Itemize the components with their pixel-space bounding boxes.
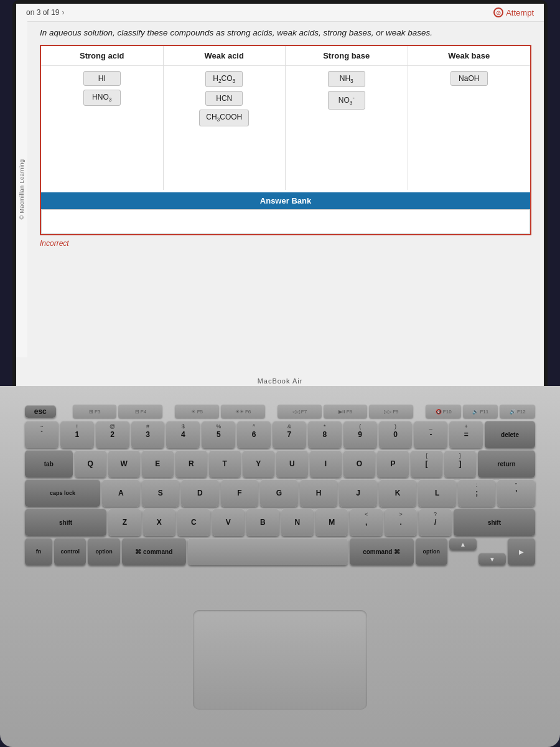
key-x[interactable]: X (143, 509, 175, 536)
key-t[interactable]: T (209, 450, 241, 477)
key-f9[interactable]: ▷▷ F9 (369, 405, 413, 418)
key-option-left[interactable]: option (88, 538, 119, 565)
key-arrow-down[interactable]: ▼ (478, 553, 506, 565)
key-c[interactable]: C (177, 509, 210, 536)
key-n[interactable]: N (281, 509, 314, 536)
macmillan-sidebar: © Macmillan Learning (16, 21, 27, 357)
strong-base-cell[interactable]: NH3 NO3- (286, 66, 408, 190)
chem-ch3cooh[interactable]: CH3COOH (199, 110, 249, 126)
key-equals[interactable]: += (449, 421, 483, 448)
key-v[interactable]: V (212, 509, 245, 536)
key-arrow-right[interactable]: ▶ (508, 538, 535, 565)
key-k[interactable]: K (379, 479, 417, 507)
chem-h2co3[interactable]: H2CO3 (205, 71, 243, 87)
key-f7[interactable]: ◁◁ F7 (278, 405, 322, 418)
key-y[interactable]: Y (243, 450, 274, 477)
key-capslock[interactable]: caps lock (25, 479, 100, 507)
key-8[interactable]: *8 (308, 421, 342, 448)
key-f[interactable]: F (221, 479, 259, 507)
main-content: In aqueous solution, classify these comp… (27, 22, 544, 254)
page-indicator: on 3 of 19 (26, 8, 59, 17)
key-fn[interactable]: fn (25, 538, 52, 565)
col-strong-base: Strong base (286, 46, 408, 65)
chem-hcn[interactable]: HCN (205, 91, 243, 106)
qwerty-row: tab Q W E R T Y U I O P {[ }] return (25, 450, 535, 477)
key-delete[interactable]: delete (485, 421, 535, 448)
key-semicolon[interactable]: :; (458, 479, 496, 507)
key-b[interactable]: B (246, 509, 279, 536)
chem-naoh[interactable]: NaOH (450, 71, 488, 86)
page-navigation: on 3 of 19 › (26, 8, 64, 17)
key-command-right[interactable]: command ⌘ (350, 538, 414, 565)
key-3[interactable]: #3 (131, 421, 165, 448)
chem-hi[interactable]: HI (83, 71, 121, 86)
key-a[interactable]: A (102, 479, 140, 507)
key-command-left[interactable]: ⌘ command (122, 538, 186, 565)
key-1[interactable]: !1 (60, 421, 94, 448)
key-f8[interactable]: ▶II F8 (324, 405, 368, 418)
key-f6[interactable]: ☀☀ F6 (221, 405, 265, 418)
key-slash[interactable]: ?/ (419, 509, 451, 536)
key-4[interactable]: $4 (166, 421, 200, 448)
key-f5[interactable]: ☀ F5 (175, 405, 219, 418)
key-period[interactable]: >. (385, 509, 417, 536)
key-f4[interactable]: ⊟ F4 (118, 405, 162, 418)
weak-acid-cell[interactable]: H2CO3 HCN CH3COOH (164, 66, 286, 190)
key-rbracket[interactable]: }] (444, 450, 476, 477)
key-arrow-up[interactable]: ▲ (449, 538, 477, 550)
col-weak-base: Weak base (408, 46, 531, 65)
classify-header: Strong acid Weak acid Strong base Weak b… (41, 46, 530, 65)
key-minus[interactable]: _- (414, 421, 447, 448)
key-option-right[interactable]: option (416, 538, 447, 565)
key-tab[interactable]: tab (25, 450, 73, 477)
key-quote[interactable]: "' (497, 479, 535, 507)
key-comma[interactable]: <, (350, 509, 382, 536)
strong-acid-cell[interactable]: HI HNO3 (41, 66, 164, 190)
key-u[interactable]: U (276, 450, 308, 477)
key-9[interactable]: (9 (343, 421, 377, 448)
key-z[interactable]: Z (108, 509, 141, 536)
key-w[interactable]: W (108, 450, 140, 477)
trackpad[interactable] (193, 610, 367, 710)
key-h[interactable]: H (300, 479, 338, 507)
key-rshift[interactable]: shift (454, 509, 535, 536)
key-7[interactable]: &7 (273, 421, 306, 448)
key-d[interactable]: D (181, 479, 219, 507)
chem-no3[interactable]: NO3- (328, 91, 365, 109)
col-strong-acid: Strong acid (41, 46, 164, 65)
key-2[interactable]: @2 (96, 421, 129, 448)
key-s[interactable]: S (142, 479, 180, 507)
weak-base-cell[interactable]: NaOH (408, 66, 531, 190)
key-f3[interactable]: ⊞ F3 (73, 405, 117, 418)
key-p[interactable]: P (377, 450, 409, 477)
key-e[interactable]: E (142, 450, 174, 477)
chem-hno3[interactable]: HNO3 (83, 90, 121, 106)
attempt-label: Attempt (506, 8, 534, 17)
key-backtick[interactable]: ~` (25, 421, 58, 448)
key-r[interactable]: R (175, 450, 207, 477)
key-m[interactable]: M (315, 509, 348, 536)
attempt-button[interactable]: ⊘ Attempt (493, 7, 534, 17)
key-j[interactable]: J (339, 479, 377, 507)
key-lbracket[interactable]: {[ (411, 450, 442, 477)
key-space[interactable] (188, 538, 348, 565)
answer-bank-body[interactable] (41, 209, 530, 234)
key-esc[interactable]: esc (25, 405, 56, 418)
key-lshift[interactable]: shift (25, 509, 106, 536)
key-i[interactable]: I (310, 450, 342, 477)
key-return[interactable]: return (478, 450, 535, 477)
key-f11[interactable]: 🔉 F11 (463, 405, 498, 418)
laptop-body: esc ⊞ F3 ⊟ F4 ☀ F5 ☀☀ F6 ◁◁ F7 ▶II F8 ▷▷… (0, 386, 560, 747)
key-g[interactable]: G (260, 479, 298, 507)
key-l[interactable]: L (418, 479, 456, 507)
key-0[interactable]: )0 (379, 421, 413, 448)
key-control[interactable]: control (54, 538, 86, 565)
chem-nh3[interactable]: NH3 (328, 71, 365, 87)
key-q[interactable]: Q (75, 450, 106, 477)
key-5[interactable]: %5 (202, 421, 235, 448)
key-f10[interactable]: 🔇 F10 (426, 405, 461, 418)
key-6[interactable]: ^6 (237, 421, 271, 448)
key-f12[interactable]: 🔊 F12 (500, 405, 535, 418)
key-o[interactable]: O (343, 450, 375, 477)
next-arrow[interactable]: › (62, 8, 64, 17)
